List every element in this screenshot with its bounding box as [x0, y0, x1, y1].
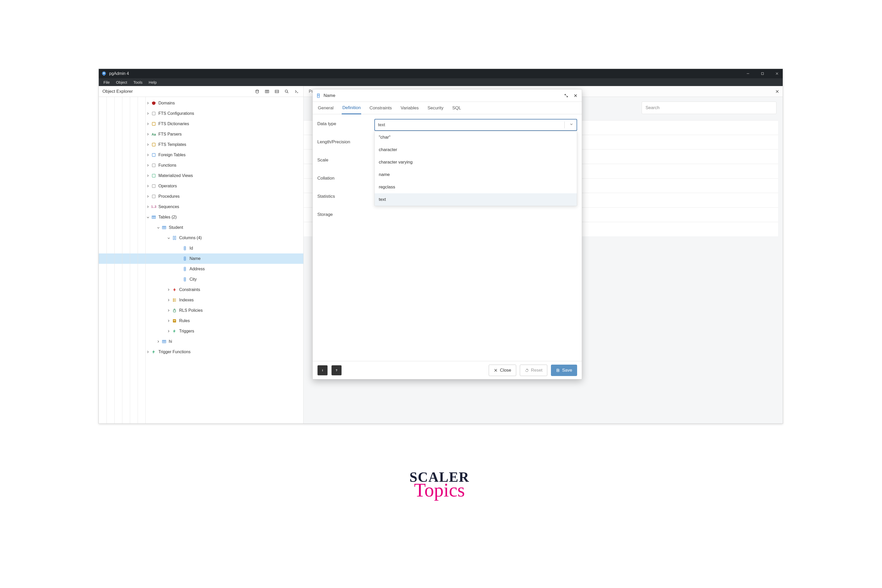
tree-item[interactable]: Triggers: [99, 326, 304, 336]
svg-text:i: i: [322, 369, 323, 372]
tree-item-label: FTS Configurations: [158, 111, 194, 116]
menu-tools[interactable]: Tools: [131, 79, 145, 85]
fts-parser-icon: Aa: [151, 132, 156, 137]
svg-point-24: [173, 301, 174, 302]
view-data-icon[interactable]: [262, 87, 272, 96]
tree-item[interactable]: Address: [99, 264, 304, 274]
tree-item[interactable]: Columns (4): [99, 233, 304, 243]
dialog-tab-variables[interactable]: Variables: [400, 102, 419, 114]
main-close-icon[interactable]: [774, 88, 780, 94]
minimize-button[interactable]: [745, 70, 751, 77]
tree-item[interactable]: Id: [99, 243, 304, 254]
tree-item[interactable]: Foreign Tables: [99, 150, 304, 160]
svg-point-2: [256, 90, 259, 91]
fts-template-icon: [151, 142, 156, 147]
info-button[interactable]: i: [317, 365, 328, 375]
dialog-tab-sql[interactable]: SQL: [452, 102, 461, 114]
help-button[interactable]: ?: [331, 365, 342, 375]
option-name[interactable]: name: [375, 168, 577, 181]
tree-item[interactable]: Rules: [99, 316, 304, 326]
tree-item[interactable]: FTS Dictionaries: [99, 119, 304, 129]
fts-dict-icon: [151, 121, 156, 126]
tree-item-label: Trigger Functions: [158, 350, 191, 354]
tree-item[interactable]: Functions: [99, 160, 304, 171]
tree-item-label: Name: [189, 256, 201, 261]
query-tool-icon[interactable]: [252, 87, 262, 96]
option-regclass[interactable]: regclass: [375, 181, 577, 194]
constraint-icon: [172, 287, 177, 292]
psql-tool-icon[interactable]: [292, 87, 301, 96]
chevron-down-icon: [166, 236, 171, 240]
foreign-table-icon: [151, 152, 156, 158]
dialog-expand-icon[interactable]: [563, 93, 569, 99]
tree-item-label: hi: [169, 339, 172, 344]
dialog-footer: i ? Close Reset Save: [313, 361, 582, 379]
tree-item[interactable]: AaFTS Parsers: [99, 129, 304, 140]
save-button[interactable]: Save: [551, 364, 577, 376]
option-char[interactable]: "char": [375, 131, 577, 144]
trigger-icon: [172, 328, 177, 334]
tree-item[interactable]: hi: [99, 336, 304, 347]
menu-file[interactable]: File: [101, 79, 112, 85]
menu-help[interactable]: Help: [146, 79, 159, 85]
chevron-right-icon: [146, 101, 150, 105]
object-tree[interactable]: DomainsFTS ConfigurationsFTS Dictionarie…: [99, 97, 304, 423]
chevron-down-icon: [146, 215, 150, 219]
tree-item[interactable]: Procedures: [99, 191, 304, 202]
reset-button[interactable]: Reset: [520, 364, 547, 376]
maximize-button[interactable]: [759, 70, 766, 77]
tree-item-label: Materialized Views: [158, 173, 193, 178]
dialog-tab-security[interactable]: Security: [427, 102, 444, 114]
tree-item[interactable]: Indexes: [99, 295, 304, 305]
chevron-right-icon: [146, 111, 150, 116]
menubar: File Object Tools Help: [99, 78, 783, 86]
chevron-right-icon: [166, 329, 171, 333]
tree-item[interactable]: Constraints: [99, 285, 304, 295]
chevron-right-icon: [146, 184, 150, 188]
chevron-right-icon: [146, 122, 150, 126]
search-objects-icon[interactable]: [282, 87, 291, 96]
tree-item-label: Domains: [158, 101, 175, 105]
dialog-titlebar: Name: [313, 89, 582, 102]
option-character[interactable]: character: [375, 144, 577, 156]
chevron-down-icon: [569, 122, 574, 128]
tree-item[interactable]: FTS Templates: [99, 140, 304, 150]
procedure-icon: [151, 194, 156, 199]
tree-item[interactable]: Operators: [99, 181, 304, 191]
filter-rows-icon[interactable]: [272, 87, 281, 96]
tree-item[interactable]: RLS Policies: [99, 305, 304, 316]
tree-item[interactable]: FTS Configurations: [99, 108, 304, 119]
svg-rect-20: [184, 267, 186, 271]
svg-rect-21: [184, 278, 186, 281]
dialog-tab-constraints[interactable]: Constraints: [369, 102, 392, 114]
table-icon: [151, 214, 156, 220]
data-type-value: text: [378, 122, 385, 128]
tree-item[interactable]: Name: [99, 254, 304, 264]
tree-item[interactable]: 1..3Sequences: [99, 202, 304, 212]
dialog-tab-definition[interactable]: Definition: [342, 102, 361, 114]
label-scale: Scale: [317, 155, 374, 163]
dialog-close-icon[interactable]: [572, 93, 578, 99]
data-type-dropdown: "char" character character varying name …: [374, 131, 577, 206]
close-window-button[interactable]: [774, 70, 780, 77]
tree-item[interactable]: Student: [99, 222, 304, 233]
dialog-tab-general[interactable]: General: [317, 102, 334, 114]
tree-item[interactable]: City: [99, 274, 304, 285]
search-input[interactable]: Search: [642, 102, 777, 114]
tree-item-label: FTS Dictionaries: [158, 122, 189, 126]
option-character-varying[interactable]: character varying: [375, 156, 577, 168]
close-button[interactable]: Close: [489, 364, 516, 376]
column-icon: [182, 277, 188, 282]
titlebar: pgAdmin 4: [99, 69, 783, 78]
option-text[interactable]: text: [375, 194, 577, 206]
menu-object[interactable]: Object: [113, 79, 130, 85]
data-type-select[interactable]: text: [374, 119, 577, 131]
chevron-right-icon: [146, 132, 150, 136]
rules-icon: [172, 318, 177, 323]
tree-item[interactable]: Materialized Views: [99, 171, 304, 181]
tree-item[interactable]: Domains: [99, 98, 304, 108]
chevron-down-icon: [156, 225, 161, 230]
tree-item[interactable]: Tables (2): [99, 212, 304, 222]
chevron-right-icon: [177, 246, 181, 250]
tree-item[interactable]: Trigger Functions: [99, 347, 304, 357]
